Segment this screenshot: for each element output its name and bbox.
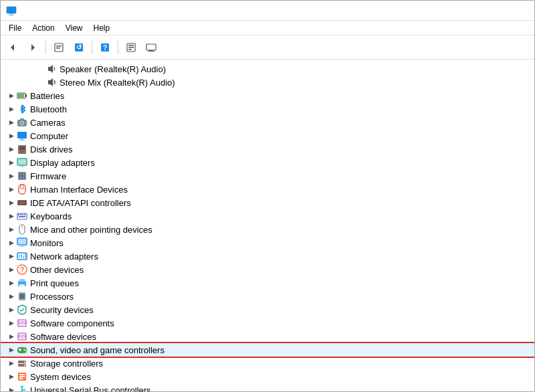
- svg-rect-41: [18, 159, 26, 165]
- expand-arrow-firmware[interactable]: [6, 171, 17, 181]
- expand-arrow-print-queues[interactable]: [6, 278, 17, 288]
- expand-arrow-system-devices[interactable]: [6, 371, 17, 382]
- tree-item-software-devices[interactable]: </>Software devices: [1, 330, 534, 343]
- tree-item-usb[interactable]: Universal Serial Bus controllers: [1, 383, 534, 391]
- tree-item-storage-controllers[interactable]: Storage controllers: [1, 357, 534, 370]
- svg-marker-39: [9, 161, 14, 165]
- menu-help[interactable]: Help: [88, 22, 116, 34]
- help-button[interactable]: ?: [96, 39, 114, 56]
- svg-marker-112: [9, 361, 14, 366]
- tree-item-system-devices[interactable]: System devices: [1, 370, 534, 383]
- expand-arrow-batteries[interactable]: [6, 90, 17, 101]
- tree-item-firmware[interactable]: Firmware: [1, 169, 534, 183]
- menu-action[interactable]: Action: [27, 22, 60, 34]
- expand-arrow-software-components[interactable]: [6, 318, 17, 328]
- expand-arrow-sound-video[interactable]: [6, 345, 17, 355]
- expand-arrow-bluetooth[interactable]: [6, 104, 17, 114]
- expand-arrow-storage-controllers[interactable]: [6, 358, 17, 369]
- tree-item-network-adapters[interactable]: Network adapters: [1, 250, 534, 263]
- icon-disk-drives: [17, 144, 27, 155]
- svg-text:↺: ↺: [76, 43, 82, 51]
- svg-rect-121: [19, 378, 23, 379]
- view-button[interactable]: [142, 39, 160, 56]
- expand-arrow-keyboards[interactable]: [6, 211, 17, 221]
- scan-button[interactable]: [122, 39, 140, 56]
- tree-item-stereo-mix[interactable]: Stereo Mix (Realtek(R) Audio): [1, 76, 534, 89]
- svg-rect-0: [7, 7, 16, 13]
- tree-item-print-queues[interactable]: Print queues: [1, 276, 534, 290]
- svg-point-47: [20, 174, 21, 175]
- icon-processors: [17, 291, 27, 302]
- tree-item-display-adapters[interactable]: Display adapters: [1, 156, 534, 169]
- icon-sound-video: [17, 345, 27, 355]
- svg-rect-32: [17, 132, 27, 138]
- label-ide: IDE ATA/ATAPI controllers: [30, 198, 131, 208]
- tree-item-monitors[interactable]: Monitors: [1, 236, 534, 250]
- expand-arrow-ide[interactable]: [6, 197, 17, 208]
- expand-arrow-mice[interactable]: [6, 224, 17, 235]
- tree-item-speaker[interactable]: Speaker (Realtek(R) Audio): [1, 62, 534, 76]
- svg-rect-58: [21, 201, 23, 204]
- tree-item-disk-drives[interactable]: Disk drives: [1, 142, 534, 156]
- svg-marker-97: [9, 308, 14, 312]
- icon-storage-controllers: [17, 358, 27, 369]
- svg-point-111: [25, 350, 26, 351]
- tree-item-software-components[interactable]: </>Software components: [1, 316, 534, 330]
- label-stereo-mix: Stereo Mix (Realtek(R) Audio): [60, 78, 175, 88]
- expand-arrow-display-adapters[interactable]: [6, 157, 17, 168]
- tree-item-keyboards[interactable]: Keyboards: [1, 209, 534, 223]
- expand-arrow-security-devices[interactable]: [6, 304, 17, 315]
- tree-item-other-devices[interactable]: ?Other devices: [1, 263, 534, 276]
- svg-point-38: [21, 151, 23, 153]
- expand-arrow-usb[interactable]: [6, 385, 17, 391]
- expand-arrow-software-devices[interactable]: [6, 331, 17, 342]
- expand-arrow-monitors[interactable]: [6, 237, 17, 248]
- icon-network-adapters: [17, 251, 27, 262]
- expand-arrow-other-devices[interactable]: [6, 264, 17, 275]
- label-software-components: Software components: [30, 318, 114, 328]
- label-network-adapters: Network adapters: [30, 252, 98, 262]
- tree-item-human-interface[interactable]: Human Interface Devices: [1, 183, 534, 196]
- svg-rect-73: [21, 245, 23, 246]
- tree-item-computer[interactable]: Computer: [1, 129, 534, 142]
- label-display-adapters: Display adapters: [30, 158, 95, 168]
- minimize-button[interactable]: [437, 1, 467, 21]
- update-button[interactable]: ↺: [70, 39, 88, 56]
- tree-item-sound-video[interactable]: Sound, video and game controllers: [1, 343, 534, 357]
- tree-item-batteries[interactable]: Batteries: [1, 89, 534, 102]
- svg-point-115: [24, 361, 25, 363]
- back-button[interactable]: [3, 39, 22, 56]
- expand-arrow-stereo-mix[interactable]: [35, 77, 46, 88]
- tree-item-processors[interactable]: Processors: [1, 290, 534, 303]
- menu-view[interactable]: View: [60, 22, 88, 34]
- tree-item-ide[interactable]: IDE ATA/ATAPI controllers: [1, 196, 534, 209]
- svg-rect-86: [19, 279, 25, 282]
- tree-view[interactable]: Speaker (Realtek(R) Audio)Stereo Mix (Re…: [1, 60, 534, 391]
- icon-software-components: </>: [17, 318, 27, 328]
- tree-item-mice[interactable]: Mice and other pointing devices: [1, 223, 534, 236]
- forward-button[interactable]: [23, 39, 42, 56]
- tree-item-security-devices[interactable]: Security devices: [1, 303, 534, 316]
- maximize-button[interactable]: [467, 1, 498, 21]
- expand-arrow-speaker[interactable]: [35, 64, 46, 74]
- expand-arrow-network-adapters[interactable]: [6, 251, 17, 262]
- svg-marker-102: [9, 334, 14, 339]
- icon-usb: [17, 385, 27, 391]
- svg-rect-57: [19, 201, 21, 204]
- icon-computer: [17, 130, 27, 141]
- expand-arrow-human-interface[interactable]: [6, 184, 17, 195]
- tree-item-bluetooth[interactable]: Bluetooth: [1, 102, 534, 116]
- properties-button[interactable]: [49, 39, 68, 56]
- expand-arrow-disk-drives[interactable]: [6, 144, 17, 155]
- tree-item-cameras[interactable]: Cameras: [1, 116, 534, 129]
- svg-marker-35: [9, 147, 14, 152]
- svg-rect-18: [148, 51, 154, 52]
- menu-file[interactable]: File: [3, 22, 27, 34]
- svg-rect-120: [19, 376, 25, 377]
- svg-point-110: [23, 349, 25, 350]
- expand-arrow-cameras[interactable]: [6, 117, 17, 128]
- label-monitors: Monitors: [30, 238, 64, 248]
- close-button[interactable]: [498, 1, 529, 21]
- expand-arrow-computer[interactable]: [6, 130, 17, 141]
- expand-arrow-processors[interactable]: [6, 291, 17, 302]
